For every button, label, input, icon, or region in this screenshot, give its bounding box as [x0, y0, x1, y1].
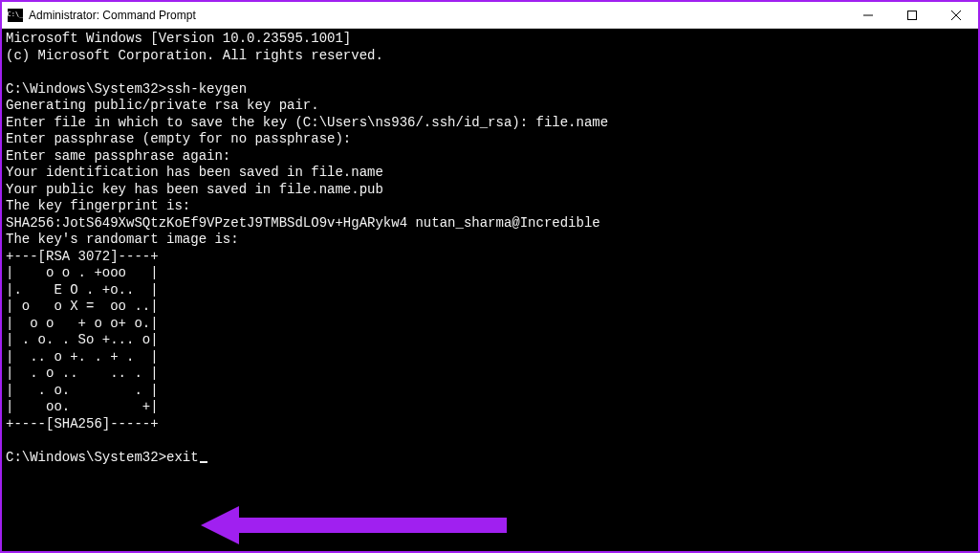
close-button[interactable] [934, 2, 978, 29]
prompt-command: exit [166, 450, 199, 465]
maximize-button[interactable] [890, 2, 934, 29]
minimize-button[interactable] [846, 2, 890, 29]
cmd-icon [8, 9, 23, 22]
prompt-prefix: C:\Windows\System32> [6, 450, 166, 465]
text-cursor [200, 461, 207, 463]
console-text: Microsoft Windows [Version 10.0.23595.10… [6, 31, 608, 431]
window-controls [846, 2, 978, 29]
svg-rect-1 [908, 11, 917, 20]
console-output[interactable]: Microsoft Windows [Version 10.0.23595.10… [2, 29, 978, 551]
window-frame: Administrator: Command Prompt Microsoft … [0, 0, 980, 553]
titlebar[interactable]: Administrator: Command Prompt [2, 2, 978, 29]
window-title: Administrator: Command Prompt [29, 9, 196, 22]
